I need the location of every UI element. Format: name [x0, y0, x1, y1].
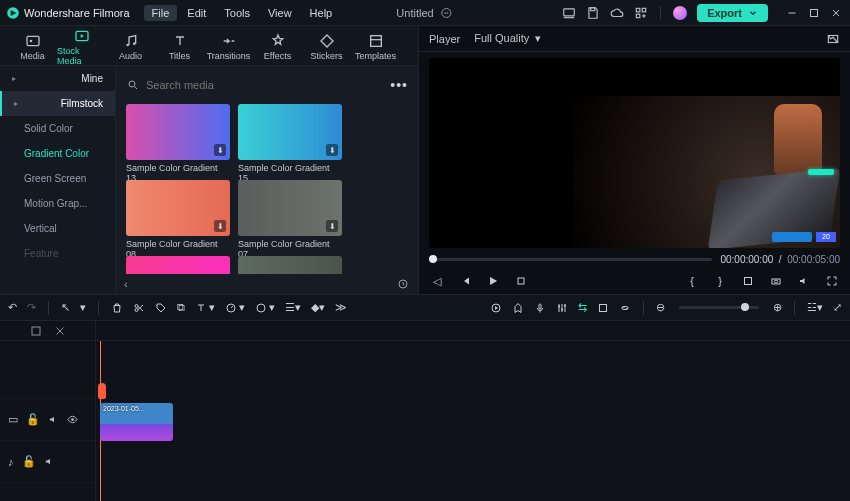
magnet-tool[interactable] [597, 302, 609, 314]
tab-media[interactable]: Media [8, 31, 57, 61]
cloud-icon[interactable] [610, 6, 624, 20]
download-icon[interactable]: ⬇ [214, 220, 226, 232]
effects-tool[interactable]: ☰▾ [285, 301, 301, 314]
play-backward-button[interactable] [457, 273, 473, 289]
sidebar-item-green-screen[interactable]: Green Screen [0, 166, 115, 191]
marker-tool[interactable] [512, 302, 524, 314]
media-thumb[interactable]: ⬇ [126, 180, 230, 236]
nav-back-icon[interactable]: ‹ [124, 278, 128, 290]
track-mute-icon[interactable] [44, 456, 55, 467]
mixer-button[interactable] [556, 302, 568, 314]
media-thumb[interactable]: ⬇ [238, 256, 342, 274]
tab-effects[interactable]: Effects [253, 31, 302, 61]
timeline-tracks[interactable]: 2023-01-05... [96, 341, 850, 501]
media-thumb[interactable]: ⬇ [238, 180, 342, 236]
download-icon[interactable]: ⬇ [326, 144, 338, 156]
track-options[interactable]: ☳▾ [807, 301, 823, 314]
media-thumb[interactable]: ⬇ [238, 104, 342, 160]
snapshot-icon[interactable] [826, 32, 840, 46]
tab-transitions[interactable]: Transitions [204, 31, 253, 61]
more-tools[interactable]: ≫ [335, 301, 347, 314]
delete-button[interactable] [111, 302, 123, 314]
text-tool[interactable]: ▾ [80, 301, 86, 314]
voiceover-button[interactable] [534, 302, 546, 314]
play-button[interactable] [485, 273, 501, 289]
download-icon[interactable]: ⬇ [214, 144, 226, 156]
link-tool[interactable] [619, 302, 631, 314]
keyframe-tool[interactable]: ◆▾ [311, 301, 325, 314]
sidebar-item-vertical[interactable]: Vertical [0, 216, 115, 241]
menu-edit[interactable]: Edit [179, 5, 214, 21]
sidebar-item-solid-color[interactable]: Solid Color [0, 116, 115, 141]
track-clear-icon[interactable] [53, 324, 67, 338]
export-button[interactable]: Export [697, 4, 768, 22]
crop-icon[interactable] [740, 273, 756, 289]
prev-frame-button[interactable]: ◁ [429, 273, 445, 289]
quality-dropdown[interactable]: Full Quality ▾ [474, 32, 541, 45]
video-preview[interactable]: 20 [429, 58, 840, 248]
track-mute-icon[interactable] [48, 414, 59, 425]
sidebar-group-filmstock[interactable]: Filmstock [0, 91, 115, 116]
device-icon[interactable] [562, 6, 576, 20]
pointer-tool[interactable]: ↖ [61, 301, 70, 314]
media-thumb[interactable]: ⬇ [126, 256, 230, 274]
video-track-header[interactable]: ▭ 🔓 [0, 399, 95, 441]
redo-button[interactable]: ↷ [27, 301, 36, 314]
audio-track-header[interactable]: ♪ 🔓 [0, 441, 95, 483]
zoom-in-button[interactable]: ⊕ [773, 301, 782, 314]
window-close-icon[interactable] [830, 7, 842, 19]
tag-button[interactable] [155, 302, 167, 314]
sidebar-item-gradient-color[interactable]: Gradient Color [0, 141, 115, 166]
playhead-slider[interactable] [429, 258, 712, 261]
playhead-handle[interactable] [98, 383, 106, 399]
video-clip[interactable]: 2023-01-05... [100, 403, 173, 441]
stop-button[interactable] [513, 273, 529, 289]
window-maximize-icon[interactable] [808, 7, 820, 19]
menu-help[interactable]: Help [302, 5, 341, 21]
svg-line-19 [135, 87, 138, 90]
mark-out-button[interactable]: } [712, 273, 728, 289]
search-input[interactable] [146, 79, 384, 91]
fullscreen-icon[interactable] [824, 273, 840, 289]
undo-button[interactable]: ↶ [8, 301, 17, 314]
sidebar-item-motion-graphics[interactable]: Motion Grap... [0, 191, 115, 216]
track-lock-icon[interactable]: 🔓 [26, 413, 40, 426]
tab-stickers[interactable]: Stickers [302, 31, 351, 61]
mark-in-button[interactable]: { [684, 273, 700, 289]
speed-tool[interactable]: ▾ [225, 301, 245, 314]
crop-tool[interactable]: ⧉ [177, 301, 185, 314]
zoom-slider[interactable] [679, 306, 759, 309]
save-icon[interactable] [586, 6, 600, 20]
svg-point-12 [29, 39, 32, 42]
track-lock-icon[interactable]: 🔓 [22, 455, 36, 468]
menu-view[interactable]: View [260, 5, 300, 21]
color-tool[interactable]: ▾ [255, 301, 275, 314]
volume-icon[interactable] [796, 273, 812, 289]
menu-tools[interactable]: Tools [216, 5, 258, 21]
fit-timeline[interactable]: ⤢ [833, 301, 842, 314]
title-bar: Wondershare Filmora File Edit Tools View… [0, 0, 850, 26]
menu-file[interactable]: File [144, 5, 178, 21]
download-icon[interactable]: ⬇ [326, 220, 338, 232]
title-tool[interactable]: ▾ [195, 301, 215, 314]
track-add-icon[interactable] [29, 324, 43, 338]
apps-icon[interactable] [634, 6, 648, 20]
track-visibility-icon[interactable] [67, 414, 78, 425]
render-button[interactable] [490, 302, 502, 314]
zoom-out-button[interactable]: ⊖ [656, 301, 665, 314]
media-thumb[interactable]: ⬇ [126, 104, 230, 160]
split-button[interactable] [133, 302, 145, 314]
tab-stock-media[interactable]: Stock Media [57, 26, 106, 66]
timeline-ruler[interactable]: 00:0000:00:05:0000:00:10:0000:00:15:0000… [0, 321, 850, 341]
sidebar-group-mine[interactable]: Mine [0, 66, 115, 91]
auto-tool[interactable]: ⇆ [578, 301, 587, 314]
camera-icon[interactable] [768, 273, 784, 289]
history-icon[interactable] [396, 277, 410, 291]
tab-audio[interactable]: Audio [106, 31, 155, 61]
window-minimize-icon[interactable] [786, 7, 798, 19]
tab-titles[interactable]: Titles [155, 31, 204, 61]
sidebar-item-feature[interactable]: Feature [0, 241, 115, 266]
tab-templates[interactable]: Templates [351, 31, 400, 61]
more-options-icon[interactable]: ••• [390, 77, 408, 93]
user-avatar[interactable] [673, 6, 687, 20]
